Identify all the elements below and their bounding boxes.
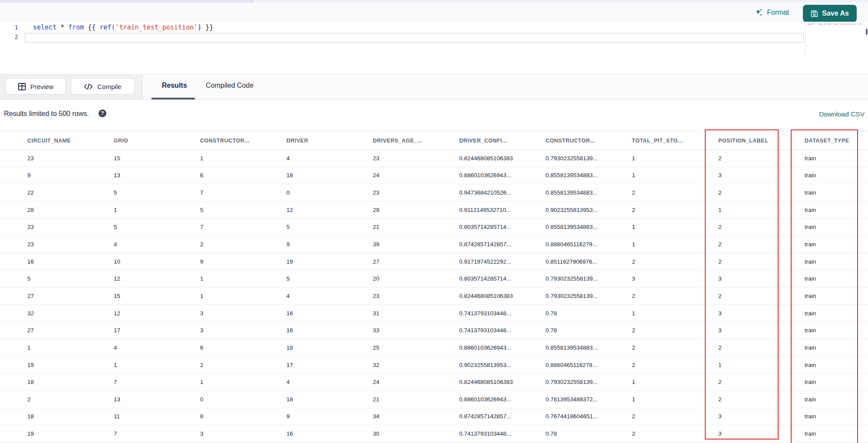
table-row: 14618250.8860103626943...0.8558139534883… bbox=[0, 339, 868, 357]
table-cell: 5 bbox=[114, 189, 200, 196]
table-cell: 2 bbox=[632, 207, 718, 213]
table-cell: train bbox=[805, 275, 868, 282]
table-cell: 2 bbox=[718, 189, 805, 196]
table-cell: 5 bbox=[27, 275, 114, 282]
tab-results[interactable]: Results bbox=[162, 82, 187, 89]
sql-editor[interactable]: 1 select * from {{ ref('train_test_posit… bbox=[0, 22, 868, 74]
code-token: from bbox=[68, 23, 88, 31]
table-cell: 27 bbox=[27, 293, 114, 299]
table-cell: 4 bbox=[286, 379, 373, 385]
table-cell: 0.8742857142857... bbox=[459, 241, 546, 248]
column-header[interactable]: DRIVER bbox=[286, 138, 373, 144]
table-cell: 24 bbox=[373, 172, 459, 179]
table-cell: 3 bbox=[718, 310, 805, 317]
table-cell: 0.824468085106383 bbox=[459, 293, 546, 299]
editor-scrollbar-thumb[interactable] bbox=[866, 29, 868, 35]
table-cell: 0.8035714285714... bbox=[459, 224, 546, 230]
table-cell: 0.7813953488372... bbox=[546, 396, 632, 403]
column-header[interactable]: TOTAL_PIT_STO... bbox=[632, 138, 718, 144]
table-cell: 0.8860103626943... bbox=[459, 172, 546, 179]
help-icon[interactable]: ? bbox=[99, 109, 106, 117]
table-cell: 23 bbox=[373, 155, 459, 162]
table-cell: 2 bbox=[632, 344, 718, 351]
column-header[interactable]: DRIVERS_AGE_... bbox=[373, 138, 459, 144]
sql-code-line: select * from {{ ref('train_test_positio… bbox=[33, 23, 213, 31]
table-cell: train bbox=[805, 413, 868, 420]
table-row: 18714240.8244680851063830.7930232558139.… bbox=[0, 374, 868, 391]
table-cell: 0.8860103626943... bbox=[459, 344, 546, 351]
table-cell: 0.9023255813953... bbox=[459, 362, 546, 368]
table-cell: 7 bbox=[200, 224, 286, 230]
code-token: ) bbox=[197, 23, 205, 31]
column-header[interactable]: GRID bbox=[114, 138, 200, 144]
table-cell: 28 bbox=[27, 207, 114, 213]
action-bar: Results Compiled Code Preview bbox=[0, 74, 868, 100]
table-cell: train bbox=[805, 241, 868, 248]
table-cell: 0.7413793103448... bbox=[459, 327, 546, 334]
table-cell: 13 bbox=[114, 396, 200, 403]
column-header[interactable]: POSITION_LABEL bbox=[718, 138, 805, 144]
table-cell: 0.78 bbox=[546, 430, 632, 437]
table-row: 231514230.8244680851063830.7930232558139… bbox=[0, 150, 868, 167]
table-cell: 9 bbox=[286, 413, 373, 420]
table-row: 51215200.8035714285714...0.7930232558139… bbox=[0, 270, 868, 288]
table-cell: 1 bbox=[114, 362, 200, 368]
table-cell: train bbox=[805, 155, 868, 162]
table-row: 913618240.8860103626943...0.855813953488… bbox=[0, 167, 868, 185]
table-cell: 0.8860465116279... bbox=[546, 362, 632, 368]
column-header[interactable]: DATASET_TYPE bbox=[805, 138, 868, 144]
table-row: 23429390.8742857142857...0.8860465116279… bbox=[0, 236, 868, 253]
table-cell: 1 bbox=[632, 310, 718, 317]
table-row: 1610919270.9171974522292...0.85116279069… bbox=[0, 253, 868, 271]
table-cell: 0.8558139534883... bbox=[546, 189, 632, 196]
table-row: 197316300.7413793103448...0.7823train bbox=[0, 425, 868, 443]
table-cell: 3 bbox=[200, 310, 286, 317]
table-cell: 15 bbox=[114, 293, 200, 299]
compile-button[interactable]: Compile bbox=[71, 78, 135, 95]
format-label: Format bbox=[767, 9, 789, 17]
table-cell: 2 bbox=[632, 189, 718, 196]
table-cell: 0.824468085106383 bbox=[459, 379, 546, 385]
table-cell: 16 bbox=[286, 310, 373, 317]
column-header[interactable]: DRIVER_CONFI... bbox=[459, 138, 546, 144]
table-cell: 2 bbox=[632, 258, 718, 265]
column-header[interactable]: CIRCUIT_NAME bbox=[27, 138, 114, 144]
table-cell: 0.8558139534883... bbox=[546, 224, 632, 230]
table-cell: 18 bbox=[286, 396, 373, 403]
table-cell: 2 bbox=[632, 327, 718, 334]
table-cell: 0.7930232558139... bbox=[546, 379, 632, 385]
table-cell: 19 bbox=[27, 362, 114, 368]
table-cell: 3 bbox=[632, 275, 718, 282]
code-token: ref( bbox=[100, 23, 115, 31]
table-cell: 0.8558139534883... bbox=[546, 344, 632, 351]
tab-compiled-code[interactable]: Compiled Code bbox=[206, 82, 253, 89]
table-cell: 15 bbox=[114, 155, 200, 162]
download-csv-link[interactable]: Download CSV bbox=[819, 110, 865, 118]
minimap-code-line: select * from {{ ref('train_test_positio… bbox=[807, 23, 861, 25]
table-row: 281512290.9112149532710...0.902325581395… bbox=[0, 202, 868, 219]
column-header[interactable]: CONSTRUCTOR... bbox=[200, 138, 286, 144]
table-header-row: CIRCUIT_NAMEGRIDCONSTRUCTOR...DRIVERDRIV… bbox=[0, 131, 868, 150]
table-cell: 17 bbox=[114, 327, 200, 334]
table-cell: train bbox=[805, 207, 868, 213]
table-cell: 0.7674418604651... bbox=[546, 413, 632, 420]
editor-minimap[interactable]: select * from {{ ref('train_test_positio… bbox=[805, 22, 868, 57]
results-limit-text: Results limited to 500 rows. bbox=[4, 110, 89, 118]
compile-label: Compile bbox=[97, 83, 121, 90]
column-header[interactable]: CONSTRUCTOR... bbox=[546, 138, 632, 144]
table-cell: 0.9023255813953... bbox=[546, 207, 632, 213]
format-button[interactable]: Format bbox=[755, 7, 789, 18]
table-cell: train bbox=[805, 224, 868, 230]
table-cell: 23 bbox=[27, 155, 114, 162]
table-cell: 0.9112149532710... bbox=[459, 207, 546, 213]
table-body: 231514230.8244680851063830.7930232558139… bbox=[0, 150, 868, 443]
preview-button[interactable]: Preview bbox=[5, 78, 66, 95]
table-cell: 1 bbox=[632, 379, 718, 385]
save-as-button[interactable]: Save As bbox=[803, 5, 857, 22]
table-cell: 18 bbox=[286, 344, 373, 351]
code-token: }} bbox=[859, 23, 861, 25]
table-cell: 23 bbox=[373, 293, 459, 299]
dbt-ide-screen: Format Save As 1 select * from {{ ref('t… bbox=[0, 0, 868, 443]
table-cell: 12 bbox=[114, 310, 200, 317]
table-cell: 0.78 bbox=[546, 327, 632, 334]
